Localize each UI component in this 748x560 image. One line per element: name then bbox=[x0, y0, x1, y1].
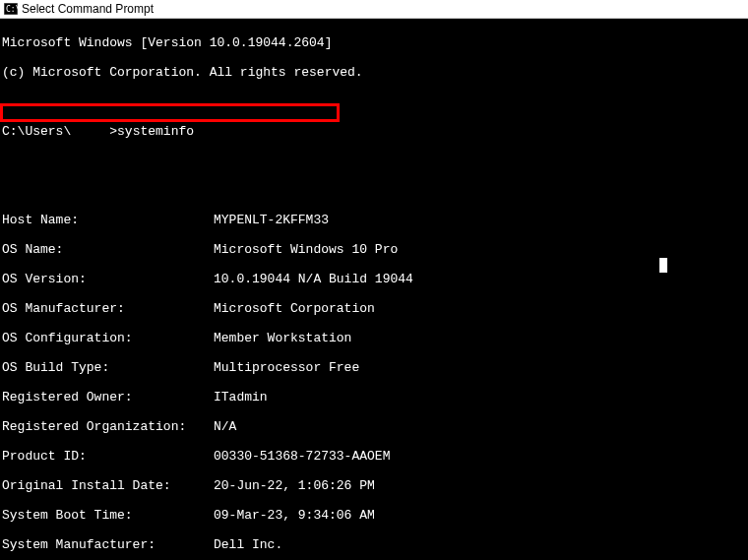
cmd-icon: C:\ bbox=[4, 2, 18, 16]
prompt-path: C:\Users\ >systeminfo bbox=[2, 124, 214, 139]
field-value: 00330-51368-72733-AAOEM bbox=[214, 449, 746, 464]
field-value: Multiprocessor Free bbox=[214, 360, 746, 375]
field-label: System Boot Time: bbox=[2, 508, 214, 523]
field-value: Member Workstation bbox=[214, 331, 746, 345]
info-row: OS Version:10.0.19044 N/A Build 19044 bbox=[2, 272, 746, 286]
info-row: Registered Owner:ITadmin bbox=[2, 390, 746, 404]
field-value: MYPENLT-2KFFM33 bbox=[214, 213, 746, 227]
field-value: Microsoft Corporation bbox=[214, 301, 746, 316]
blank-line bbox=[2, 154, 746, 168]
field-value: Dell Inc. bbox=[214, 537, 746, 552]
version-line: Microsoft Windows [Version 10.0.19044.26… bbox=[2, 35, 746, 50]
info-row: Original Install Date:20-Jun-22, 1:06:26… bbox=[2, 478, 746, 493]
info-row: OS Name:Microsoft Windows 10 Pro bbox=[2, 242, 746, 257]
field-label: OS Version: bbox=[2, 272, 214, 286]
info-row: Product ID:00330-51368-72733-AAOEM bbox=[2, 449, 746, 464]
field-value: 20-Jun-22, 1:06:26 PM bbox=[214, 478, 746, 493]
blank-line bbox=[2, 183, 746, 198]
info-row: OS Build Type:Multiprocessor Free bbox=[2, 360, 746, 375]
field-label: Original Install Date: bbox=[2, 478, 214, 493]
info-row: OS Manufacturer:Microsoft Corporation bbox=[2, 301, 746, 316]
field-label: OS Name: bbox=[2, 242, 214, 257]
field-value: 10.0.19044 N/A Build 19044 bbox=[214, 272, 746, 286]
info-row: OS Configuration:Member Workstation bbox=[2, 331, 746, 345]
window-title: Select Command Prompt bbox=[22, 2, 154, 16]
copyright-line: (c) Microsoft Corporation. All rights re… bbox=[2, 65, 746, 80]
field-label: OS Build Type: bbox=[2, 360, 214, 375]
field-label: Product ID: bbox=[2, 449, 214, 464]
field-label: Registered Organization: bbox=[2, 419, 214, 434]
field-label: OS Configuration: bbox=[2, 331, 214, 345]
info-row: System Manufacturer:Dell Inc. bbox=[2, 537, 746, 552]
selection-cursor bbox=[659, 258, 667, 273]
field-label: System Manufacturer: bbox=[2, 537, 214, 552]
field-value: ITadmin bbox=[214, 390, 746, 404]
field-value: Microsoft Windows 10 Pro bbox=[214, 242, 746, 257]
field-label: Host Name: bbox=[2, 213, 214, 227]
info-row: System Boot Time:09-Mar-23, 9:34:06 AM bbox=[2, 508, 746, 523]
window-titlebar[interactable]: C:\ Select Command Prompt bbox=[0, 0, 748, 19]
terminal-content[interactable]: Microsoft Windows [Version 10.0.19044.26… bbox=[0, 19, 748, 560]
info-row: Host Name:MYPENLT-2KFFM33 bbox=[2, 213, 746, 227]
prompt-line: C:\Users\ >systeminfo bbox=[2, 124, 746, 139]
field-label: OS Manufacturer: bbox=[2, 301, 214, 316]
blank-line bbox=[2, 94, 746, 109]
field-label: Registered Owner: bbox=[2, 390, 214, 404]
info-row: Registered Organization:N/A bbox=[2, 419, 746, 434]
svg-text:C:\: C:\ bbox=[6, 5, 18, 14]
field-value: 09-Mar-23, 9:34:06 AM bbox=[214, 508, 746, 523]
field-value: N/A bbox=[214, 419, 746, 434]
